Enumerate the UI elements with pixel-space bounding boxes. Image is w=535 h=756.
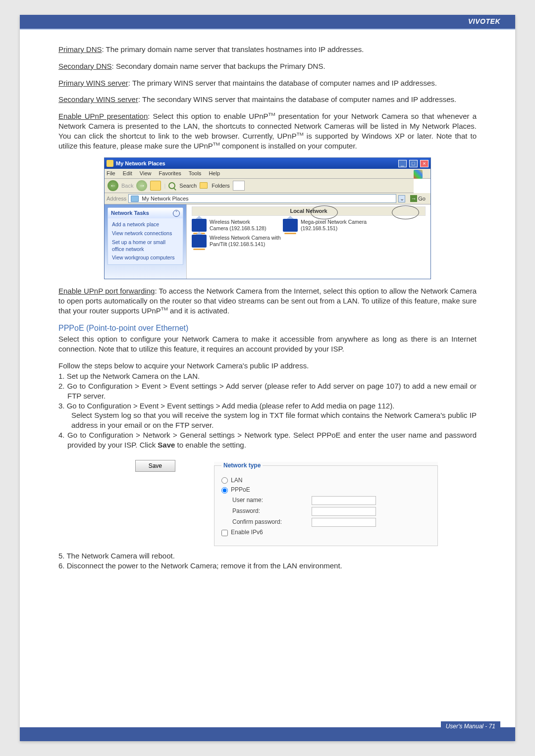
main-area: Local Network Wireless Network Camera (1… <box>187 204 430 279</box>
menu-bar: File Edit View Favorites Tools Help <box>105 169 430 179</box>
para-pppoe-desc: Select this option to configure your Net… <box>58 334 477 354</box>
network-tasks-panel: Network Tasks ˆ Add a network place View… <box>107 207 183 265</box>
win-titlebar: My Network Places _ □ × <box>105 158 430 169</box>
enable-ipv6-label: Enable IPv6 <box>231 529 263 537</box>
document-page: VIVOTEK Primary DNS: The primary domain … <box>20 15 515 741</box>
window-title: My Network Places <box>116 160 397 167</box>
side-panel: Network Tasks ˆ Add a network place View… <box>105 204 187 279</box>
address-label: Address <box>107 195 126 202</box>
maximize-button[interactable]: □ <box>409 160 418 167</box>
local-network-heading: Local Network <box>192 206 426 216</box>
windows-logo-icon <box>414 170 423 179</box>
camera-icon <box>192 219 207 232</box>
para-primary-dns: Primary DNS: The primary domain name ser… <box>58 45 477 54</box>
link-view-network-conn[interactable]: View network connections <box>112 229 179 238</box>
step-1: 1. Set up the Network Camera on the LAN. <box>58 371 477 381</box>
camera-item-3[interactable]: Wireless Network Camera with Pan/Tilt (1… <box>192 235 284 248</box>
steps-list: 1. Set up the Network Camera on the LAN.… <box>58 371 477 450</box>
back-button[interactable]: ← <box>107 180 118 191</box>
menu-help[interactable]: Help <box>209 170 220 176</box>
camera-label: Mega-pixel Network Camera (192.168.5.151… <box>301 219 405 231</box>
camera-icon <box>192 235 207 248</box>
app-icon <box>107 160 113 167</box>
confirm-password-row: Confirm password: <box>221 518 430 527</box>
footer-text: User's Manual - 71 <box>441 721 500 731</box>
camera-item-2[interactable]: Mega-pixel Network Camera (192.168.5.151… <box>283 219 405 232</box>
step-3: 3. Go to Configuration > Event > Event s… <box>58 401 477 411</box>
enable-ipv6-row: Enable IPv6 <box>221 529 430 537</box>
annotation-circle-2 <box>392 205 419 219</box>
forward-button[interactable]: → <box>136 180 147 191</box>
address-value: My Network Places <box>142 195 188 202</box>
para-steps-intro: Follow the steps below to acquire your N… <box>58 361 477 371</box>
section-pppoe-title: PPPoE (Point-to-point over Ethernet) <box>58 323 477 333</box>
address-box[interactable]: My Network Places <box>128 194 396 203</box>
confirm-password-label: Confirm password: <box>232 518 312 526</box>
para-primary-wins: Primary WINS server: The primary WINS se… <box>58 78 477 88</box>
user-name-label: User name: <box>232 497 312 504</box>
para-secondary-wins: Secondary WINS server: The secondary WIN… <box>58 95 477 104</box>
save-button[interactable]: Save <box>135 460 175 472</box>
pppoe-label: PPPoE <box>231 486 250 494</box>
user-name-input[interactable] <box>312 496 376 505</box>
step-6: 6. Disconnect the power to the Network C… <box>58 561 477 571</box>
camera-label: Wireless Network Camera (192.168.5.128) <box>210 219 269 231</box>
search-icon <box>168 182 175 189</box>
password-row: Password: <box>221 507 430 516</box>
back-label: Back <box>121 182 133 190</box>
step-3b: Select System log so that you will recei… <box>58 410 477 430</box>
folders-icon <box>200 182 208 189</box>
link-add-network-place[interactable]: Add a network place <box>112 220 179 229</box>
views-button[interactable] <box>233 181 245 191</box>
close-button[interactable]: × <box>420 160 428 167</box>
steps-list-2: 5. The Network Camera will reboot. 6. Di… <box>58 551 477 571</box>
confirm-password-input[interactable] <box>312 518 376 527</box>
content-area: Primary DNS: The primary domain name ser… <box>20 30 515 571</box>
radio-pppoe-row: PPPoE <box>221 486 430 494</box>
folders-button[interactable]: Folders <box>212 182 230 190</box>
link-setup-home-office[interactable]: Set up a home or small office network <box>112 238 179 254</box>
step-5: 5. The Network Camera will reboot. <box>58 551 477 561</box>
menu-tools[interactable]: Tools <box>189 170 202 176</box>
radio-lan-row: LAN <box>221 477 430 485</box>
para-enable-upnp-port-forwarding: Enable UPnP port forwarding: To access t… <box>58 286 477 315</box>
screenshot-network-type-form: Network type LAN PPPoE User name: Passwo… <box>214 462 438 546</box>
password-input[interactable] <box>312 507 376 516</box>
brand-label: VIVOTEK <box>468 15 515 25</box>
camera-label: Wireless Network Camera with Pan/Tilt (1… <box>210 235 284 247</box>
menu-view[interactable]: View <box>140 170 152 176</box>
link-view-workgroup[interactable]: View workgroup computers <box>112 253 179 262</box>
radio-lan[interactable] <box>221 477 228 484</box>
address-bar: Address My Network Places ⌄ →Go <box>105 193 430 205</box>
lan-label: LAN <box>231 477 242 485</box>
camera-item-1[interactable]: Wireless Network Camera (192.168.5.128) <box>192 219 269 232</box>
address-dropdown[interactable]: ⌄ <box>398 195 405 202</box>
annotation-circle-1 <box>311 205 338 219</box>
legend-network-type: Network type <box>221 462 263 470</box>
toolbar: ← Back → | Search Folders <box>105 179 414 193</box>
search-button[interactable]: Search <box>179 182 197 190</box>
go-button[interactable]: →Go <box>407 195 428 202</box>
header-band: VIVOTEK <box>20 15 515 29</box>
password-label: Password: <box>232 507 312 515</box>
menu-file[interactable]: File <box>107 170 115 176</box>
radio-pppoe[interactable] <box>221 487 228 494</box>
collapse-icon[interactable]: ˆ <box>173 210 180 217</box>
user-name-row: User name: <box>221 496 430 505</box>
camera-icon <box>283 219 298 232</box>
para-enable-upnp-presentation: Enable UPnP presentation: Select this op… <box>58 111 477 151</box>
window-buttons: _ □ × <box>397 160 428 167</box>
step-2: 2. Go to Configuration > Event > Event s… <box>58 381 477 401</box>
para-secondary-dns: Secondary DNS: Secondary domain name ser… <box>58 61 477 71</box>
step-4: 4. Go to Configuration > Network > Gener… <box>58 430 477 450</box>
panel-title: Network Tasks <box>111 209 149 217</box>
minimize-button[interactable]: _ <box>398 160 407 167</box>
screenshot-my-network-places: My Network Places _ □ × File Edit View F… <box>104 157 431 279</box>
folder-up-button[interactable] <box>150 181 161 191</box>
menu-edit[interactable]: Edit <box>123 170 132 176</box>
menu-favorites[interactable]: Favorites <box>159 170 181 176</box>
enable-ipv6-checkbox[interactable] <box>221 530 228 536</box>
network-places-icon <box>131 196 139 202</box>
